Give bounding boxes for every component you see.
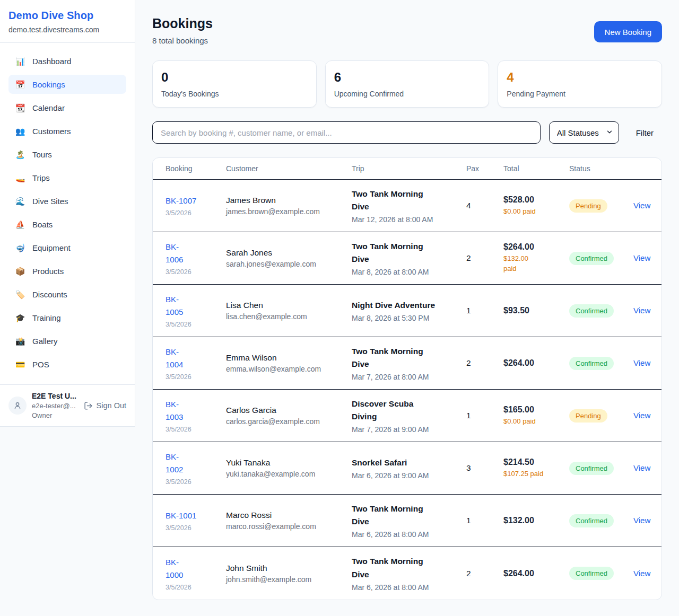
status-badge: Pending [569,409,607,423]
sidebar-item-label: Training [32,313,61,322]
stat-label: Upcoming Confirmed [334,90,481,98]
sidebar-nav: 📊 Dashboard 📅 Bookings 📆 Calendar 👥 Cust… [0,43,135,384]
trip-cell: Snorkel Safari Mar 6, 2026 at 9:00 AM [352,456,454,480]
status-cell: Confirmed [569,252,621,265]
trip-cell: Two Tank Morning Dive Mar 6, 2026 at 8:0… [352,555,454,591]
customer-cell: Emma Wilson emma.wilson@example.com [226,353,339,373]
total-cell: $93.50 [503,306,556,315]
view-link[interactable]: View [633,358,650,367]
total-cell: $264.00 $132.00 paid [503,242,556,274]
sidebar-item-dive-sites[interactable]: 🌊 Dive Sites [8,191,126,210]
actions-cell: View [633,463,650,473]
actions-cell: View [633,253,650,263]
booking-date: 3/5/2026 [166,373,213,381]
sidebar-item-label: Tours [32,150,52,159]
paid-amount: $0.00 paid [503,207,556,217]
sidebar-item-calendar[interactable]: 📆 Calendar [8,98,126,117]
pax-value: 1 [466,516,491,525]
bar-chart-icon: 📊 [15,57,25,65]
status-badge: Pending [569,199,607,213]
sidebar-item-boats[interactable]: ⛵ Boats [8,215,126,234]
view-link[interactable]: View [633,516,650,525]
table-row: BK- 1000 3/5/2026 John Smith john.smith@… [153,547,661,600]
booking-id-link[interactable]: BK-1001 [166,509,196,522]
trip-datetime: Mar 6, 2026 at 8:00 AM [352,583,454,592]
total-amount: $93.50 [503,306,556,315]
column-header-trip: Trip [352,164,454,173]
booking-cell: BK-1001 3/5/2026 [166,509,213,532]
sidebar-item-label: Customers [32,127,71,136]
customer-name: Carlos Garcia [226,406,339,415]
column-header-total: Total [503,164,556,173]
sidebar-item-label: Boats [32,220,53,229]
booking-id-link[interactable]: BK- 1003 [166,398,183,424]
new-booking-button[interactable]: New Booking [594,21,662,42]
avatar [8,397,27,415]
sidebar-item-pos[interactable]: 💳 POS [8,355,126,374]
total-cell: $528.00 $0.00 paid [503,195,556,217]
trip-cell: Night Dive Adventure Mar 8, 2026 at 5:30… [352,299,454,322]
search-input[interactable] [152,121,541,144]
total-amount: $264.00 [503,358,556,368]
sidebar-item-label: Products [32,267,64,276]
view-link[interactable]: View [633,306,650,315]
status-select[interactable]: All Statuses [549,121,619,144]
customer-name: James Brown [226,196,339,205]
sidebar-item-trips[interactable]: 🚤 Trips [8,168,126,187]
trip-cell: Two Tank Morning Dive Mar 12, 2026 at 8:… [352,188,454,224]
total-amount: $165.00 [503,405,556,415]
filter-button[interactable]: Filter [628,128,662,137]
trip-datetime: Mar 6, 2026 at 9:00 AM [352,471,454,480]
sidebar-item-label: Dive Sites [32,197,68,206]
view-link[interactable]: View [633,569,650,578]
trip-name: Two Tank Morning Dive [352,555,454,580]
view-link[interactable]: View [633,463,650,472]
trip-name: Two Tank Morning Dive [352,188,454,213]
stat-value: 6 [334,70,481,85]
status-badge: Confirmed [569,514,614,527]
pax-value: 1 [466,306,491,315]
pax-value: 3 [466,463,491,473]
sign-out-button[interactable]: Sign Out [84,401,126,410]
booking-id-link[interactable]: BK- 1000 [166,556,183,582]
customer-cell: Carlos Garcia carlos.garcia@example.com [226,406,339,426]
sidebar-item-training[interactable]: 🎓 Training [8,308,126,327]
total-cell: $264.00 [503,569,556,578]
booking-id-link[interactable]: BK- 1002 [166,451,183,476]
table-row: BK- 1003 3/5/2026 Carlos Garcia carlos.g… [153,390,661,442]
customer-name: John Smith [226,564,339,573]
sidebar-item-customers[interactable]: 👥 Customers [8,121,126,140]
status-cell: Confirmed [569,462,621,475]
package-icon: 📦 [15,267,25,275]
sidebar-item-gallery[interactable]: 📸 Gallery [8,331,126,350]
booking-id-link[interactable]: BK-1007 [166,195,196,207]
person-icon [13,401,22,410]
booking-id-link[interactable]: BK- 1005 [166,293,183,319]
sidebar-item-label: Discounts [32,290,67,299]
island-icon: 🏝️ [15,151,25,159]
graduation-cap-icon: 🎓 [15,314,25,322]
customer-name: Sarah Jones [226,248,339,258]
booking-id-link[interactable]: BK- 1006 [166,241,183,266]
customer-email: james.brown@example.com [226,207,339,216]
booking-date: 3/5/2026 [166,268,213,276]
sidebar-item-bookings[interactable]: 📅 Bookings [8,75,126,94]
actions-cell: View [633,201,650,210]
trip-datetime: Mar 7, 2026 at 8:00 AM [352,373,454,381]
tear-off-calendar-icon: 📆 [15,104,25,112]
sidebar-item-dashboard[interactable]: 📊 Dashboard [8,51,126,71]
view-link[interactable]: View [633,411,650,420]
sidebar-item-products[interactable]: 📦 Products [8,261,126,280]
trip-cell: Discover Scuba Diving Mar 7, 2026 at 9:0… [352,398,454,434]
sidebar-item-tours[interactable]: 🏝️ Tours [8,145,126,164]
booking-id-link[interactable]: BK- 1004 [166,346,183,371]
sidebar-item-discounts[interactable]: 🏷️ Discounts [8,285,126,304]
status-cell: Pending [569,409,621,423]
total-cell: $132.00 [503,516,556,525]
status-cell: Confirmed [569,304,621,318]
view-link[interactable]: View [633,201,650,210]
table-row: BK- 1005 3/5/2026 Lisa Chen lisa.chen@ex… [153,285,661,337]
status-select-wrap: All Statuses [549,121,619,144]
sidebar-item-equipment[interactable]: 🤿 Equipment [8,238,126,257]
view-link[interactable]: View [633,253,650,262]
